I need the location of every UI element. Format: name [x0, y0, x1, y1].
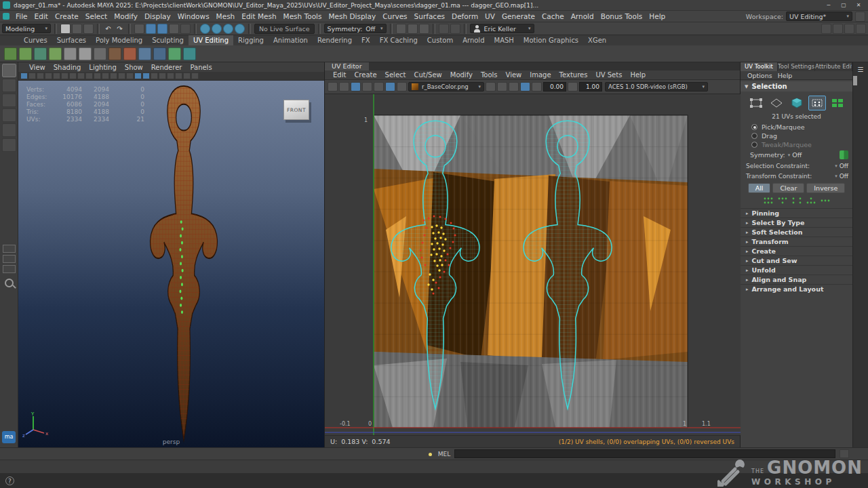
radio-option[interactable]: Drag [741, 131, 852, 140]
gamma-input[interactable] [579, 82, 602, 92]
uv-selection-icon[interactable] [808, 96, 826, 110]
menubar-item[interactable]: Mesh Display [325, 11, 379, 22]
selection-section-header[interactable]: ▼ Selection [741, 81, 852, 92]
isolate-select-icon[interactable] [191, 73, 199, 79]
select-object-icon[interactable] [146, 24, 156, 34]
uv-filter-icon[interactable] [397, 82, 407, 92]
menubar-item[interactable]: Mesh Tools [280, 11, 326, 22]
channel-box-toggle-icon[interactable] [821, 24, 831, 34]
shadows-toggle-icon[interactable] [159, 73, 166, 79]
select-border-icon[interactable] [806, 197, 816, 205]
menubar-item[interactable]: Bonus Tools [597, 11, 646, 22]
shelf-spherical-map-icon[interactable] [34, 47, 47, 60]
constraint-combo[interactable]: ▾ Off [835, 163, 848, 169]
move-tool-icon[interactable] [2, 108, 16, 122]
toolkit-section-header[interactable]: ▸ Create [741, 246, 852, 256]
toolkit-section-header[interactable]: ▸ Soft Selection [741, 227, 852, 237]
snap-to-curve-icon[interactable] [212, 24, 222, 34]
toolkit-section-header[interactable]: ▸ Arrange and Layout [741, 284, 852, 293]
uv-grid-snap-icon[interactable] [328, 82, 338, 92]
attribute-editor-toggle-icon[interactable] [833, 24, 843, 34]
toolkit-tab[interactable]: Tool Settings [778, 62, 815, 71]
save-scene-icon[interactable] [83, 24, 94, 34]
shelf-tab[interactable]: FX [357, 35, 375, 45]
face-selection-icon[interactable] [788, 96, 806, 110]
toolkit-menu-item[interactable]: Options [745, 72, 775, 79]
uv-view-grid-icon[interactable] [509, 82, 519, 92]
uv-menu-item[interactable]: Create [350, 71, 380, 79]
shelf-cut-uv-icon[interactable] [94, 47, 106, 60]
viewport-menu-item[interactable]: Lighting [85, 64, 120, 71]
viewport-3d-view[interactable]: Verts: 4094 2094 0 Edges: 10176 4188 0 F… [18, 81, 324, 447]
select-hierarchy-icon[interactable] [134, 24, 144, 34]
uv-tile-labels-icon[interactable] [520, 82, 530, 92]
user-account-combo[interactable]: Eric Keller ▾ [470, 24, 534, 33]
menubar-item[interactable]: Arnold [568, 11, 597, 22]
shelf-automatic-map-icon[interactable] [49, 47, 62, 60]
uv-shell-selection-icon[interactable] [829, 96, 846, 110]
shelf-tab[interactable]: FX Caching [375, 35, 422, 45]
timeline-marker[interactable] [429, 453, 432, 456]
uv-menu-item[interactable]: Select [381, 71, 410, 79]
lasso-tool-icon[interactable] [2, 79, 16, 92]
menubar-item[interactable]: Mesh [213, 11, 239, 22]
shelf-tab[interactable]: Animation [269, 35, 313, 45]
four-pane-layout-icon[interactable] [3, 265, 16, 273]
uv-menu-item[interactable]: View [502, 71, 526, 79]
wireframe-on-shaded-icon[interactable] [134, 73, 142, 79]
two-pane-layout-icon[interactable] [3, 255, 16, 263]
uv-menu-item[interactable]: Modify [446, 71, 477, 79]
field-chart-icon[interactable] [110, 73, 117, 79]
light-editor-icon[interactable] [450, 24, 460, 34]
shelf-tab[interactable]: MASH [490, 35, 519, 45]
shelf-camera-map-icon[interactable] [64, 47, 77, 60]
undo-icon[interactable]: ↶ [103, 24, 113, 34]
uv-menu-item[interactable]: UV Sets [591, 71, 626, 79]
select-loop-icon[interactable] [820, 197, 831, 205]
constraint-combo[interactable]: ▾ Off [835, 173, 848, 180]
mel-toggle[interactable]: MEL [434, 451, 454, 458]
motion-blur-icon[interactable] [175, 73, 182, 79]
shelf-uv-snapshot-icon[interactable] [183, 47, 196, 60]
viewport-menu-item[interactable]: Shading [50, 64, 85, 71]
hamburger-menu-icon[interactable]: ☰ [856, 64, 866, 75]
redo-icon[interactable]: ↷ [115, 24, 125, 34]
menubar-item[interactable]: Surfaces [411, 11, 448, 22]
shelf-uv-editor-icon[interactable] [168, 47, 181, 60]
grid-toggle-icon[interactable] [77, 73, 85, 79]
uv-menu-item[interactable]: Cut/Sew [410, 71, 446, 79]
viewport-menu-item[interactable]: Show [121, 64, 147, 71]
shelf-delete-uv-icon[interactable] [123, 47, 136, 60]
maximize-button[interactable]: ▢ [837, 2, 850, 8]
select-by-type-icon[interactable] [169, 24, 179, 34]
menubar-item[interactable]: File [12, 11, 31, 22]
help-icon[interactable]: ? [5, 476, 14, 485]
bookmark-icon[interactable] [45, 73, 52, 79]
menubar-item[interactable]: Deform [448, 11, 481, 22]
shelf-tab[interactable]: Curves [19, 35, 52, 45]
menubar-item[interactable]: Help [646, 11, 669, 22]
select-camera-icon[interactable] [20, 73, 28, 79]
selection-button[interactable]: All [748, 183, 771, 193]
toolkit-section-header[interactable]: ▸ Align and Snap [741, 274, 852, 284]
tool-settings-toggle-icon[interactable] [844, 24, 854, 34]
menubar-item[interactable]: Display [141, 11, 174, 22]
colorspace-combo[interactable]: ACES 1.0 SDR-video (sRGB) ▾ [605, 82, 708, 92]
resolution-gate-icon[interactable] [94, 73, 101, 79]
shelf-tab[interactable]: Surfaces [52, 35, 91, 45]
safe-title-icon[interactable] [126, 73, 134, 79]
toolkit-section-header[interactable]: ▸ Transform [741, 237, 852, 246]
render-frame-icon[interactable] [396, 24, 406, 34]
shrink-selection-icon[interactable] [791, 197, 802, 205]
uv-distortion-display-icon[interactable] [362, 82, 372, 92]
shelf-tab[interactable]: Rendering [313, 35, 357, 45]
menu-set-combo[interactable]: Modeling ▾ [2, 24, 51, 33]
vertex-selection-icon[interactable] [747, 96, 765, 110]
shelf-contour-stretch-icon[interactable] [79, 47, 92, 60]
safe-action-icon[interactable] [118, 73, 125, 79]
grow-selection-icon[interactable] [777, 197, 788, 205]
shelf-tab[interactable]: Custom [422, 35, 458, 45]
uv-editor-tab[interactable]: UV Editor [325, 62, 369, 70]
radio-option[interactable]: Pick/Marquee [741, 123, 852, 131]
toolkit-section-header[interactable]: ▸ Select By Type [741, 218, 852, 227]
